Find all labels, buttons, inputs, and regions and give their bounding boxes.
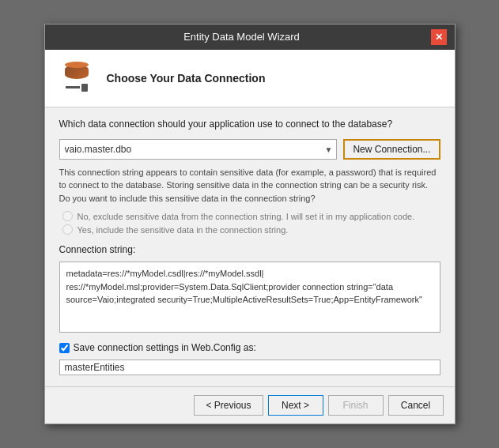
cylinder-shape: [65, 65, 89, 79]
info-text: This connection string appears to contai…: [59, 166, 440, 205]
new-connection-button[interactable]: New Connection...: [343, 139, 440, 160]
header-section: Choose Your Data Connection: [45, 50, 455, 107]
dialog: Entity Data Model Wizard ✕ Choose Your D…: [44, 24, 456, 425]
save-connection-input[interactable]: [59, 360, 440, 375]
database-icon: [58, 59, 96, 97]
footer: < Previous Next > Finish Cancel: [45, 386, 455, 424]
connection-string-textarea[interactable]: metadata=res://*myModel.csdl|res://*myMo…: [59, 262, 440, 333]
close-button[interactable]: ✕: [431, 29, 447, 45]
connector-shape: [66, 84, 88, 92]
cancel-button[interactable]: Cancel: [388, 395, 444, 416]
connection-string-label: Connection string:: [59, 244, 440, 255]
save-checkbox[interactable]: [59, 343, 70, 353]
radio-no-input[interactable]: [62, 211, 73, 221]
header-title: Choose Your Data Connection: [107, 72, 266, 85]
radio-group: No, exclude sensitive data from the conn…: [59, 211, 440, 235]
connector-line: [66, 86, 80, 88]
previous-button[interactable]: < Previous: [194, 395, 263, 416]
save-checkbox-label[interactable]: Save connection settings in Web.Config a…: [59, 342, 256, 353]
connection-row: vaio.master.dbo ▼ New Connection...: [59, 139, 440, 160]
connection-select[interactable]: vaio.master.dbo: [59, 139, 338, 160]
dialog-title: Entity Data Model Wizard: [53, 31, 431, 43]
next-button[interactable]: Next >: [268, 395, 323, 416]
finish-button[interactable]: Finish: [328, 395, 384, 416]
question-label: Which data connection should your applic…: [59, 119, 440, 130]
radio-yes[interactable]: Yes, include the sensitive data in the c…: [62, 224, 440, 235]
radio-yes-label: Yes, include the sensitive data in the c…: [77, 225, 289, 235]
content-area: Which data connection should your applic…: [45, 107, 455, 387]
radio-no[interactable]: No, exclude sensitive data from the conn…: [62, 211, 440, 221]
connection-select-wrapper: vaio.master.dbo ▼: [59, 139, 338, 160]
radio-no-label: No, exclude sensitive data from the conn…: [77, 212, 415, 221]
title-bar: Entity Data Model Wizard ✕: [45, 24, 455, 50]
connector-plug: [81, 84, 88, 92]
radio-yes-input[interactable]: [62, 224, 73, 235]
save-label-text: Save connection settings in Web.Config a…: [74, 342, 256, 353]
save-connection-row: Save connection settings in Web.Config a…: [59, 342, 440, 353]
